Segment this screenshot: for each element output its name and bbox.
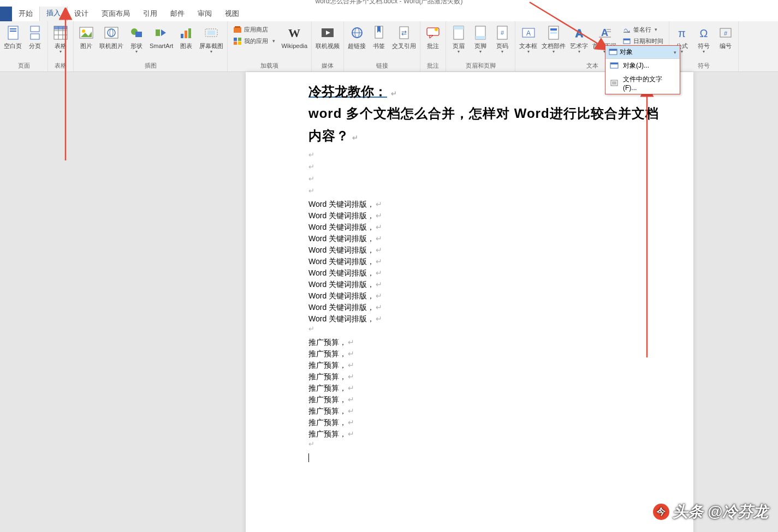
repeat-block-1: Word 关键词排版，↵Word 关键词排版，↵Word 关键词排版，↵Word…: [308, 199, 666, 325]
list-item: 推广预算，↵: [308, 382, 666, 394]
wikipedia-icon: W: [286, 24, 303, 41]
smartart-button[interactable]: SmartArt: [148, 23, 175, 51]
cross-reference-button[interactable]: ⇄交叉引用: [390, 23, 418, 51]
object-dropdown-header[interactable]: 对象 ▾: [605, 46, 680, 59]
wordart-icon: A: [571, 24, 588, 41]
page-break-button[interactable]: 分页: [25, 23, 45, 51]
svg-marker-43: [430, 35, 433, 38]
comment-button[interactable]: 批注: [423, 23, 443, 51]
hyperlink-button[interactable]: 超链接: [346, 23, 367, 51]
calendar-icon: [622, 37, 631, 45]
list-item: Word 关键词排版，↵: [308, 313, 666, 325]
textbox-button[interactable]: A文本框▾: [518, 23, 539, 55]
footer-button[interactable]: 页脚▾: [470, 23, 491, 55]
watermark: 今 头条 @冷芬龙: [653, 501, 768, 522]
group-comments: 批注 批注: [420, 21, 446, 71]
store-icon: [233, 25, 242, 34]
online-video-button[interactable]: 联机视频: [314, 23, 341, 51]
number-button[interactable]: #编号: [715, 23, 736, 51]
svg-marker-20: [161, 29, 166, 36]
tab-home[interactable]: 开始: [12, 7, 39, 21]
screenshot-icon: [203, 24, 220, 41]
svg-text:Ω: Ω: [700, 27, 708, 39]
svg-text:⇄: ⇄: [401, 29, 407, 37]
quick-parts-button[interactable]: 文档部件▾: [540, 23, 567, 55]
file-tab[interactable]: [0, 7, 12, 21]
object-icon: [609, 49, 617, 56]
list-item: 推广预算，↵: [308, 348, 666, 360]
dropdown-item-object[interactable]: 对象(J)...: [605, 59, 680, 73]
page-number-button[interactable]: #页码▾: [492, 23, 513, 55]
wordart-button[interactable]: A艺术字▾: [568, 23, 590, 55]
list-item: 推广预算，↵: [308, 428, 666, 440]
list-item: Word 关键词排版，↵: [308, 210, 666, 222]
dropdown-item-text-from-file[interactable]: 文件中的文字(F)...: [605, 73, 680, 94]
svg-rect-22: [185, 31, 187, 38]
equation-icon: π: [673, 24, 691, 41]
svg-rect-23: [188, 28, 191, 38]
pictures-button[interactable]: 图片: [76, 23, 97, 51]
cross-ref-icon: ⇄: [395, 24, 413, 41]
svg-text:π: π: [678, 27, 686, 39]
date-time-button[interactable]: 日期和时间: [620, 35, 666, 46]
group-table: 表格 ▾ 表格: [48, 21, 74, 71]
svg-rect-29: [238, 38, 241, 41]
svg-rect-69: [609, 49, 617, 51]
svg-rect-63: [623, 39, 630, 40]
store-button[interactable]: 应用商店: [231, 24, 277, 35]
list-item: Word 关键词排版，↵: [308, 244, 666, 256]
svg-rect-3: [31, 26, 39, 32]
list-item: 推广预算，↵: [308, 394, 666, 405]
blank-page-icon: [4, 24, 22, 41]
svg-text:#: #: [501, 29, 504, 36]
svg-text:A: A: [601, 27, 608, 38]
dropdown-arrow-icon: ▾: [60, 50, 62, 54]
shapes-button[interactable]: 形状▾: [126, 23, 147, 55]
chart-button[interactable]: 图表: [176, 23, 197, 51]
tab-review[interactable]: 审阅: [191, 7, 218, 21]
list-item: Word 关键词排版，↵: [308, 267, 666, 279]
pictures-icon: [78, 24, 95, 41]
list-item: 推广预算，↵: [308, 405, 666, 417]
table-icon: [52, 24, 69, 41]
wikipedia-button[interactable]: WWikipedia: [280, 23, 309, 51]
signature-line-button[interactable]: 签名行▾: [620, 24, 666, 35]
screenshot-button[interactable]: 屏幕截图▾: [198, 23, 225, 55]
shapes-icon: [128, 24, 145, 41]
bookmark-button[interactable]: 书签: [369, 23, 389, 51]
svg-text:#: #: [724, 30, 728, 37]
list-item: Word 关键词排版，↵: [308, 302, 666, 313]
group-links: 超链接 书签 ⇄交叉引用 链接: [344, 21, 420, 71]
blank-page-button[interactable]: 空白页: [2, 23, 23, 51]
bookmark-icon: [370, 24, 388, 41]
svg-rect-10: [54, 26, 67, 29]
svg-rect-2: [10, 31, 16, 32]
repeat-block-2: 推广预算，↵推广预算，↵推广预算，↵推广预算，↵推广预算，↵推广预算，↵推广预算…: [308, 337, 666, 440]
svg-rect-55: [550, 32, 557, 34]
document-canvas[interactable]: 冷芬龙教你： ↵ word 多个文档怎么合并，怎样对 Word进行比较合并文档内…: [0, 72, 778, 532]
footer-icon: [472, 24, 489, 41]
page-break-icon: [26, 24, 44, 41]
window-title: word怎么合并多个文档.docx - Word(产品激活失败): [316, 0, 463, 6]
svg-rect-25: [207, 31, 215, 35]
svg-rect-30: [234, 41, 237, 45]
symbol-button[interactable]: Ω符号▾: [693, 23, 714, 55]
list-item: Word 关键词排版，↵: [308, 256, 666, 267]
svg-rect-26: [234, 27, 241, 33]
svg-rect-18: [135, 32, 142, 37]
smartart-icon: [153, 24, 170, 41]
document-page[interactable]: 冷芬龙教你： ↵ word 多个文档怎么合并，怎样对 Word进行比较合并文档内…: [246, 72, 693, 532]
svg-text:A: A: [526, 29, 531, 37]
my-addins-button[interactable]: 我的应用▾: [231, 35, 277, 46]
table-button[interactable]: 表格 ▾: [50, 23, 71, 55]
quick-parts-icon: [545, 24, 562, 41]
tab-view[interactable]: 视图: [218, 7, 246, 21]
tab-design[interactable]: 设计: [68, 7, 95, 21]
svg-rect-46: [454, 26, 464, 29]
header-button[interactable]: 页眉▾: [448, 23, 469, 55]
tab-mailings[interactable]: 邮件: [164, 7, 191, 21]
tab-references[interactable]: 引用: [136, 7, 164, 21]
tab-layout[interactable]: 页面布局: [95, 7, 136, 21]
tab-insert[interactable]: 插入: [39, 5, 68, 21]
online-pictures-button[interactable]: 联机图片: [98, 23, 125, 51]
